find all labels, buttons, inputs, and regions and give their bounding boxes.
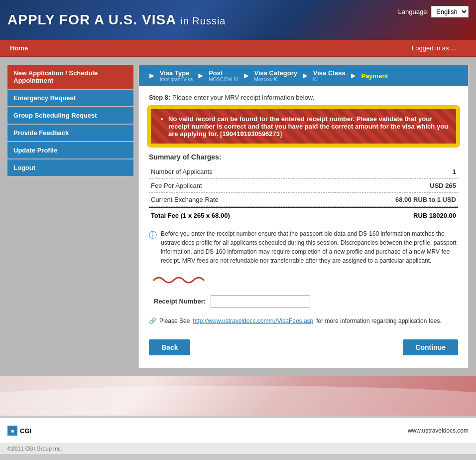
logged-in-label: Logged in as [412, 44, 449, 52]
progress-step-visa-category: Visa Category Moscow K [254, 69, 297, 82]
receipt-label: Receipt Number: [154, 298, 206, 305]
language-label: Language: [398, 8, 429, 15]
main-container: New Application / Schedule Appointment E… [0, 57, 476, 376]
progress-step-visa-type: ► Visa Type Immigrant Visa [144, 69, 193, 82]
link-suffix: for more information regarding applicati… [316, 317, 441, 324]
red-scribble-decoration [149, 273, 458, 290]
sidebar: New Application / Schedule Appointment E… [7, 65, 133, 368]
charge-label-0: Number of Applicants [149, 165, 335, 179]
back-button[interactable]: Back [149, 339, 190, 355]
title-main: APPLY FOR A U.S. VISA [7, 12, 176, 27]
error-box: No valid record can be found for the ent… [149, 107, 458, 146]
sidebar-item-group-scheduling[interactable]: Group Scheduling Request [7, 107, 133, 124]
total-row: Total Fee (1 x 265 x 68.00) RUB 18020.00 [149, 207, 458, 223]
table-row: Number of Applicants 1 [149, 165, 458, 179]
arrow-icon-0: ► [148, 71, 156, 80]
charge-value-1: USD 265 [335, 179, 458, 193]
link-icon: 🔗 [149, 317, 156, 324]
nav-home[interactable]: Home [0, 40, 38, 56]
sidebar-item-new-application[interactable]: New Application / Schedule Appointment [7, 65, 133, 89]
footer-copyright: ©2011 CGI Group Inc. [0, 443, 476, 454]
language-selector[interactable]: Language: English [398, 6, 469, 17]
receipt-input[interactable] [211, 295, 310, 307]
arrow-icon-1: ► [197, 71, 205, 80]
info-text: Before you enter the receipt number ensu… [161, 229, 458, 265]
header: APPLY FOR A U.S. VISA in Russia Language… [0, 0, 476, 40]
receipt-field: Receipt Number: [149, 295, 458, 307]
arrow-icon-4: ► [350, 71, 357, 80]
arrow-icon-3: ► [301, 71, 309, 80]
link-info: 🔗 Please See http://www.ustraveldocs.com… [149, 317, 458, 324]
table-row: Fee Per Applicant USD 265 [149, 179, 458, 193]
navbar: Home Logged in as ... [0, 40, 476, 57]
site-title: APPLY FOR A U.S. VISA in Russia [7, 12, 226, 28]
table-row: Current Exchange Rate 68.00 RUB to 1 USD [149, 193, 458, 207]
summary-table: Number of Applicants 1 Fee Per Applicant… [149, 165, 458, 207]
summary-title: Summary of Charges: [149, 153, 458, 161]
error-message: No valid record can be found for the ent… [168, 115, 448, 138]
total-value: RUB 18020.00 [413, 212, 456, 219]
charge-value-0: 1 [335, 165, 458, 179]
arrow-icon-2: ► [242, 71, 250, 80]
progress-bar: ► Visa Type Immigrant Visa ► Post MOSCOW… [139, 65, 468, 86]
info-box: ⓘ Before you enter the receipt number en… [149, 229, 458, 265]
progress-step-visa-class: Visa Class K1 [313, 69, 346, 82]
content-area: ► Visa Type Immigrant Visa ► Post MOSCOW… [138, 65, 469, 368]
sidebar-item-emergency-request[interactable]: Emergency Request [7, 90, 133, 106]
sidebar-item-provide-feedback[interactable]: Provide Feedback [7, 125, 133, 141]
button-row: Back Continue [149, 334, 458, 360]
total-label: Total Fee (1 x 265 x 68.00) [151, 212, 230, 219]
progress-step-payment: Payment [361, 72, 388, 80]
username: ... [451, 44, 456, 52]
cgi-logo-box: ■ [7, 426, 17, 436]
step-label: Step 8: Please enter your MRV receipt in… [149, 94, 458, 101]
charge-label-1: Fee Per Applicant [149, 179, 335, 193]
step-description: Please enter your MRV receipt informatio… [172, 94, 314, 101]
title-sub: in Russia [180, 15, 226, 26]
step-number: Step 8: [149, 94, 170, 101]
footer-logo: ■ CGI [7, 426, 31, 436]
content-body: Step 8: Please enter your MRV receipt in… [139, 86, 468, 368]
sidebar-item-logout[interactable]: Logout [7, 159, 133, 176]
link-prefix: Please See [159, 317, 190, 324]
footer-url: www.ustraveldocs.com [408, 427, 469, 434]
progress-step-post: Post MOSCOW IV [209, 69, 238, 82]
fees-link[interactable]: http://www.ustraveldocs.com/ru/VisaFees.… [193, 317, 313, 324]
charge-value-2: 68.00 RUB to 1 USD [335, 193, 458, 207]
charge-label-2: Current Exchange Rate [149, 193, 335, 207]
wave-footer [0, 376, 476, 416]
footer-logo-text: CGI [20, 427, 31, 435]
nav-logged-in: Logged in as ... [402, 40, 466, 56]
footer-main: ■ CGI www.ustraveldocs.com [0, 418, 476, 443]
sidebar-item-update-profile[interactable]: Update Profile [7, 142, 133, 158]
continue-button[interactable]: Continue [403, 339, 458, 355]
info-icon: ⓘ [149, 229, 157, 265]
language-dropdown[interactable]: English [431, 6, 469, 17]
